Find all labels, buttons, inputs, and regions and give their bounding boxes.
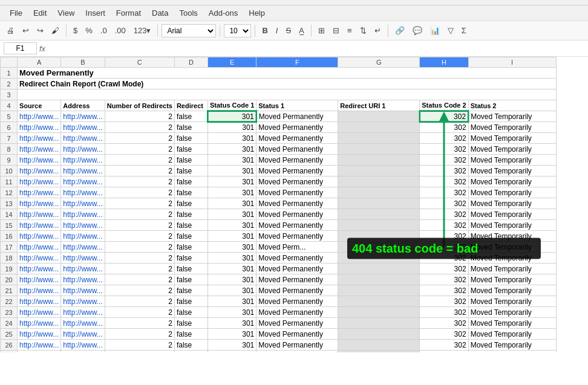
row-header-14[interactable]: 14 — [1, 209, 18, 220]
cell-a12[interactable]: http://www... — [18, 187, 61, 198]
row-header-12[interactable]: 12 — [1, 187, 18, 198]
cell-a20[interactable]: http://www... — [18, 274, 61, 285]
cell-c21[interactable]: 2 — [105, 285, 174, 296]
cell-a23[interactable]: http://www... — [18, 307, 61, 318]
cell-a25[interactable]: http://www... — [18, 329, 61, 340]
cell-i21[interactable]: Moved Temporarily — [468, 285, 556, 296]
row-header-22[interactable]: 22 — [1, 296, 18, 307]
col-header-e[interactable]: E — [207, 57, 256, 68]
cell-h22[interactable]: 302 — [420, 296, 468, 307]
cell-d21[interactable]: false — [174, 285, 207, 296]
spreadsheet-container[interactable]: A B C D E F G H I 1 Moved Permanently 2 … — [0, 57, 588, 352]
cell-d6[interactable]: false — [174, 122, 207, 133]
strikethrough-btn[interactable]: S — [283, 25, 294, 36]
cell-b5[interactable]: http://www... — [61, 111, 105, 122]
cell-g21[interactable] — [338, 285, 420, 296]
paint-format-btn[interactable]: 🖌 — [48, 25, 62, 36]
row-header-17[interactable]: 17 — [1, 242, 18, 253]
col-header-g[interactable]: G — [338, 57, 420, 68]
cell-e22[interactable]: 301 — [207, 296, 256, 307]
cell-f27[interactable]: Moved Permanently — [256, 351, 338, 353]
redo-btn[interactable]: ↪ — [34, 25, 47, 36]
cell-g26[interactable] — [338, 340, 420, 351]
cell-d16[interactable]: false — [174, 231, 207, 242]
menu-tools[interactable]: Tools — [174, 7, 202, 19]
cell-f20[interactable]: Moved Permanently — [256, 274, 338, 285]
cell-b17[interactable]: http://www... — [61, 242, 105, 253]
cell-f7[interactable]: Moved Permanently — [256, 133, 338, 144]
row-header-15[interactable]: 15 — [1, 220, 18, 231]
cell-i11[interactable]: Moved Temporarily — [468, 176, 556, 187]
cell-h5[interactable]: 302 — [420, 111, 468, 122]
cell-d19[interactable]: false — [174, 264, 207, 274]
row-header-3[interactable]: 3 — [1, 89, 18, 100]
cell-c5[interactable]: 2 — [105, 111, 174, 122]
cell-b13[interactable]: http://www... — [61, 198, 105, 209]
cell-f10[interactable]: Moved Permanently — [256, 166, 338, 176]
cell-f23[interactable]: Moved Permanently — [256, 307, 338, 318]
cell-g23[interactable] — [338, 307, 420, 318]
cell-f14[interactable]: Moved Permanently — [256, 209, 338, 220]
cell-a5[interactable]: http://www... — [18, 111, 61, 122]
cell-reference-input[interactable] — [4, 42, 37, 54]
cell-e23[interactable]: 301 — [207, 307, 256, 318]
cell-a21[interactable]: http://www... — [18, 285, 61, 296]
cell-h27[interactable]: 302 — [420, 351, 468, 353]
cell-i10[interactable]: Moved Temporarily — [468, 166, 556, 176]
cell-i13[interactable]: Moved Temporarily — [468, 198, 556, 209]
cell-b15[interactable]: http://www... — [61, 220, 105, 231]
menu-view[interactable]: View — [53, 7, 79, 19]
cell-c24[interactable]: 2 — [105, 318, 174, 329]
cell-g12[interactable] — [338, 187, 420, 198]
cell-d8[interactable]: false — [174, 144, 207, 155]
cell-g25[interactable] — [338, 329, 420, 340]
row-header-9[interactable]: 9 — [1, 155, 18, 166]
cell-b9[interactable]: http://www... — [61, 155, 105, 166]
cell-c19[interactable]: 2 — [105, 264, 174, 274]
menu-edit[interactable]: Edit — [28, 7, 51, 19]
cell-d10[interactable]: false — [174, 166, 207, 176]
cell-h16[interactable]: 302 — [420, 231, 468, 242]
cell-e7[interactable]: 301 — [207, 133, 256, 144]
text-color-btn[interactable]: A̲ — [296, 25, 307, 36]
cell-g20[interactable] — [338, 274, 420, 285]
cell-g24[interactable] — [338, 318, 420, 329]
cell-h14[interactable]: 302 — [420, 209, 468, 220]
cell-c20[interactable]: 2 — [105, 274, 174, 285]
cell-f26[interactable]: Moved Permanently — [256, 340, 338, 351]
cell-e24[interactable]: 301 — [207, 318, 256, 329]
row-header-5[interactable]: 5 — [1, 111, 18, 122]
cell-d9[interactable]: false — [174, 155, 207, 166]
cell-b7[interactable]: http://www... — [61, 133, 105, 144]
cell-e17[interactable]: 301 — [207, 242, 256, 253]
cell-h11[interactable]: 302 — [420, 176, 468, 187]
font-size-selector[interactable]: 10 — [224, 24, 251, 37]
cell-b16[interactable]: http://www... — [61, 231, 105, 242]
cell-b20[interactable]: http://www... — [61, 274, 105, 285]
cell-d11[interactable]: false — [174, 176, 207, 187]
menu-file[interactable]: File — [5, 7, 27, 19]
row-header-1[interactable]: 1 — [1, 68, 18, 79]
cell-d17[interactable]: false — [174, 242, 207, 253]
cell-c23[interactable]: 2 — [105, 307, 174, 318]
cell-c22[interactable]: 2 — [105, 296, 174, 307]
cell-e15[interactable]: 301 — [207, 220, 256, 231]
function-btn[interactable]: Σ — [459, 25, 469, 36]
cell-e14[interactable]: 301 — [207, 209, 256, 220]
header-cell-1[interactable]: Address — [61, 100, 105, 111]
cell-c27[interactable]: 2 — [105, 351, 174, 353]
row-header-4[interactable]: 4 — [1, 100, 18, 111]
cell-h12[interactable]: 302 — [420, 187, 468, 198]
col-header-b[interactable]: B — [61, 57, 105, 68]
cell-g14[interactable] — [338, 209, 420, 220]
cell-g16[interactable] — [338, 231, 420, 242]
cell-i9[interactable]: Moved Temporarily — [468, 155, 556, 166]
header-cell-8[interactable]: Status 2 — [468, 100, 556, 111]
cell-a7[interactable]: http://www... — [18, 133, 61, 144]
cell-i26[interactable]: Moved Temporarily — [468, 340, 556, 351]
cell-a13[interactable]: http://www... — [18, 198, 61, 209]
increase-decimal-btn[interactable]: .00 — [112, 25, 129, 36]
cell-f15[interactable]: Moved Permanently — [256, 220, 338, 231]
cell-g18[interactable] — [338, 253, 420, 264]
cell-i15[interactable]: Moved Temporarily — [468, 220, 556, 231]
